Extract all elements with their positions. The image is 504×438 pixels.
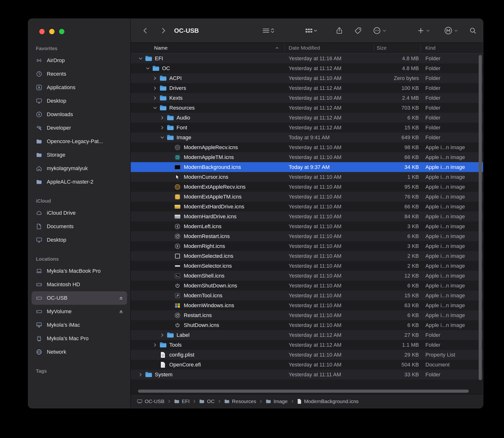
sidebar-item-airdrop[interactable]: AirDrop bbox=[32, 54, 127, 67]
view-options-button[interactable] bbox=[262, 27, 275, 34]
column-header-name[interactable]: Name bbox=[154, 45, 168, 51]
file-row-label[interactable]: LabelYesterday at 11:12 AM27 KBFolder bbox=[131, 330, 483, 340]
disclosure-triangle-icon[interactable] bbox=[138, 56, 143, 61]
forward-button[interactable] bbox=[160, 27, 167, 34]
file-row-modernselected-icns[interactable]: ModernSelected.icnsYesterday at 11:10 AM… bbox=[131, 251, 483, 261]
sidebar-item-icloud-drive[interactable]: iCloud Drive bbox=[32, 206, 127, 220]
column-divider[interactable] bbox=[284, 44, 285, 52]
account-button[interactable] bbox=[444, 26, 458, 35]
search-button[interactable] bbox=[469, 27, 477, 34]
back-button[interactable] bbox=[142, 27, 149, 34]
column-divider[interactable] bbox=[420, 44, 421, 52]
file-row-tools[interactable]: ToolsYesterday at 11:12 AM1.1 MBFolder bbox=[131, 340, 483, 350]
file-row-font[interactable]: FontYesterday at 11:12 AM15 KBFolder bbox=[131, 123, 483, 132]
disclosure-triangle-icon[interactable] bbox=[152, 96, 158, 100]
file-row-modernselector-icns[interactable]: ModernSelector.icnsYesterday at 11:10 AM… bbox=[131, 261, 483, 271]
file-row-moderntool-icns[interactable]: ModernTool.icnsYesterday at 11:10 AM15 K… bbox=[131, 291, 483, 300]
file-row-modernrestart-icns[interactable]: ModernRestart.icnsYesterday at 11:10 AM6… bbox=[131, 231, 483, 241]
folder-icon bbox=[35, 138, 43, 145]
file-row-system[interactable]: SystemYesterday at 11:11 AM33 KBFolder bbox=[131, 370, 483, 379]
eject-icon[interactable] bbox=[117, 295, 125, 301]
sidebar-item-downloads[interactable]: Downloads bbox=[32, 108, 127, 121]
file-row-modernapplerecv-icns[interactable]: ModernAppleRecv.icnsYesterday at 11:10 A… bbox=[131, 142, 483, 152]
file-row-image[interactable]: ImageToday at 9:41 AM649 KBFolder bbox=[131, 132, 483, 142]
file-row-modernwindows-icns[interactable]: ModernWindows.icnsYesterday at 11:10 AM6… bbox=[131, 300, 483, 310]
sidebar-section-title: Tags bbox=[36, 368, 127, 374]
sidebar-item-opencore-legacy-pat[interactable]: Opencore-Legacy-Pat... bbox=[32, 135, 127, 148]
file-row-efi[interactable]: EFIYesterday at 11:16 AM4.8 MBFolder bbox=[131, 54, 483, 63]
disclosure-triangle-icon[interactable] bbox=[138, 372, 143, 377]
sidebar-item-applications[interactable]: Applications bbox=[32, 81, 127, 94]
file-row-modernextapplerecv-icns[interactable]: ModernExtAppleRecv.icnsYesterday at 11:1… bbox=[131, 182, 483, 192]
sidebar-item-desktop[interactable]: Desktop bbox=[32, 233, 127, 247]
more-actions-button[interactable] bbox=[373, 27, 387, 34]
file-row-modernshutdown-icns[interactable]: ModernShutDown.icnsYesterday at 11:10 AM… bbox=[131, 281, 483, 291]
column-header-kind[interactable]: Kind bbox=[425, 45, 435, 51]
file-row-acpi[interactable]: ACPIYesterday at 11:10 AMZero bytesFolde… bbox=[131, 73, 483, 83]
sidebar-item-macintosh-hd[interactable]: Macintosh HD bbox=[32, 278, 127, 291]
file-kind: Apple i...n image bbox=[425, 273, 465, 279]
path-item-oc-usb[interactable]: OC-USB bbox=[137, 398, 164, 404]
file-row-drivers[interactable]: DriversYesterday at 11:12 AM100 KBFolder bbox=[131, 83, 483, 93]
sidebar-item-label: Mykola’s MacBook Pro bbox=[47, 268, 125, 274]
chevron-down-icon bbox=[382, 28, 387, 33]
sidebar-item-mykola-s-macbook-pro[interactable]: Mykola’s MacBook Pro bbox=[32, 264, 127, 278]
disclosure-triangle-icon[interactable] bbox=[152, 106, 158, 110]
sidebar-item-developer[interactable]: Developer bbox=[32, 121, 127, 135]
column-header-size[interactable]: Size bbox=[377, 45, 387, 51]
file-row-modernright-icns[interactable]: ModernRight.icnsYesterday at 11:10 AM3 K… bbox=[131, 241, 483, 251]
disclosure-triangle-icon[interactable] bbox=[152, 86, 158, 90]
disclosure-triangle-icon[interactable] bbox=[152, 343, 158, 347]
path-item-oc[interactable]: OC bbox=[199, 398, 215, 404]
file-row-oc[interactable]: OCYesterday at 11:12 AM4.8 MBFolder bbox=[131, 63, 483, 73]
file-row-opencore-efi[interactable]: OpenCore.efiYesterday at 11:10 AM504 KBD… bbox=[131, 360, 483, 370]
sidebar-item-mykola-s-mac-pro[interactable]: Mykola’s Mac Pro bbox=[32, 332, 127, 345]
sidebar-item-myvolume[interactable]: MyVolume bbox=[32, 305, 127, 318]
file-row-audio[interactable]: AudioYesterday at 11:12 AM6 KBFolder bbox=[131, 113, 483, 123]
file-row-modernshell-icns[interactable]: ModernShell.icnsYesterday at 11:10 AM12 … bbox=[131, 271, 483, 281]
sidebar-item-mykola-s-imac[interactable]: Mykola’s iMac bbox=[32, 318, 127, 332]
column-divider[interactable] bbox=[374, 44, 374, 52]
share-button[interactable] bbox=[336, 27, 343, 34]
sidebar-item-storage[interactable]: Storage bbox=[32, 148, 127, 162]
sidebar-item-documents[interactable]: Documents bbox=[32, 220, 127, 233]
file-row-modernbackground-icns[interactable]: ModernBackground.icnsToday at 9:37 AM34 … bbox=[131, 162, 483, 172]
file-row-resources[interactable]: ResourcesYesterday at 11:12 AM703 KBFold… bbox=[131, 103, 483, 113]
group-by-button[interactable] bbox=[305, 27, 317, 34]
file-row-restart-icns[interactable]: Restart.icnsYesterday at 11:10 AM6 KBApp… bbox=[131, 310, 483, 320]
file-row-modernharddrive-icns[interactable]: ModernHardDrive.icnsYesterday at 11:10 A… bbox=[131, 211, 483, 221]
disclosure-triangle-icon[interactable] bbox=[160, 126, 165, 130]
path-item-modernbackground-icns[interactable]: ModernBackground.icns bbox=[297, 398, 359, 404]
tag-button[interactable] bbox=[355, 27, 362, 34]
sidebar-item-applealc-master-2[interactable]: AppleALC-master-2 bbox=[32, 175, 127, 189]
file-row-modernappletm-icns[interactable]: ModernAppleTM.icnsYesterday at 11:10 AM6… bbox=[131, 152, 483, 162]
file-row-moderncursor-icns[interactable]: ModernCursor.icnsYesterday at 11:10 AM1 … bbox=[131, 172, 483, 182]
horizontal-scrollbar-thumb[interactable] bbox=[138, 390, 469, 393]
disclosure-triangle-icon[interactable] bbox=[160, 333, 165, 337]
file-row-modernextappletm-icns[interactable]: ModernExtAppleTM.icnsYesterday at 11:10 … bbox=[131, 192, 483, 202]
vertical-scrollbar-thumb[interactable] bbox=[479, 55, 482, 380]
file-row-modernleft-icns[interactable]: ModernLeft.icnsYesterday at 11:10 AM3 KB… bbox=[131, 221, 483, 231]
disclosure-triangle-icon[interactable] bbox=[160, 135, 165, 140]
sidebar-item-oc-usb[interactable]: OC-USB bbox=[32, 291, 127, 305]
file-row-config-plist[interactable]: config.plistYesterday at 11:10 AM29 KBPr… bbox=[131, 350, 483, 360]
file-row-modernextharddrive-icns[interactable]: ModernExtHardDrive.icnsYesterday at 11:1… bbox=[131, 202, 483, 211]
path-item-image[interactable]: Image bbox=[266, 398, 287, 404]
column-header-date-modified[interactable]: Date Modified bbox=[289, 45, 320, 51]
path-item-efi[interactable]: EFI bbox=[174, 398, 190, 404]
sidebar-item-mykolagrymalyuk[interactable]: mykolagrymalyuk bbox=[32, 162, 127, 175]
disclosure-triangle-icon[interactable] bbox=[152, 76, 158, 80]
disclosure-triangle-icon[interactable] bbox=[145, 66, 150, 71]
sidebar-item-recents[interactable]: Recents bbox=[32, 67, 127, 81]
sidebar-item-network[interactable]: Network bbox=[32, 345, 127, 359]
file-row-shutdown-icns[interactable]: ShutDown.icnsYesterday at 11:10 AM6 KBAp… bbox=[131, 320, 483, 330]
minimize-button[interactable] bbox=[49, 29, 55, 34]
path-item-resources[interactable]: Resources bbox=[224, 398, 256, 404]
close-button[interactable] bbox=[39, 29, 45, 34]
new-item-button[interactable] bbox=[417, 27, 430, 34]
zoom-button[interactable] bbox=[59, 29, 64, 34]
eject-icon[interactable] bbox=[117, 309, 125, 314]
disclosure-triangle-icon[interactable] bbox=[160, 116, 165, 120]
sidebar-item-desktop[interactable]: Desktop bbox=[32, 94, 127, 108]
file-row-kexts[interactable]: KextsYesterday at 11:10 AM2.4 MBFolder bbox=[131, 93, 483, 103]
